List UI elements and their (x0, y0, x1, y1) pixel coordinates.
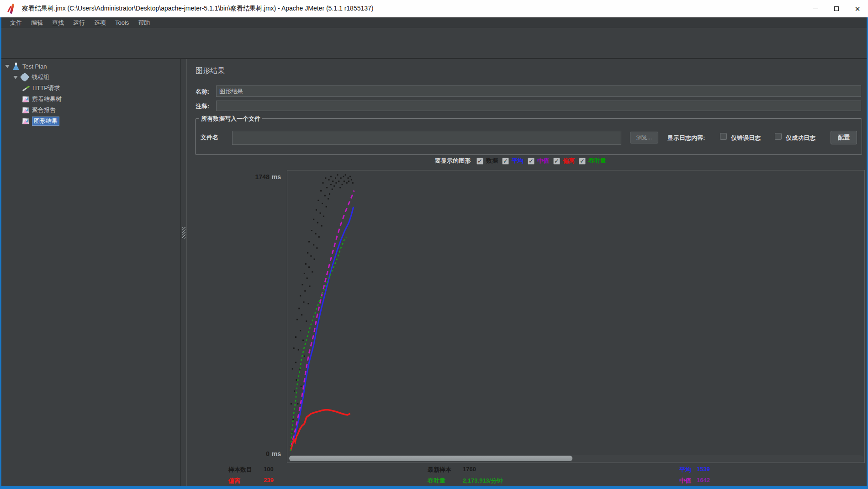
http-sampler-icon (22, 85, 29, 92)
log-display-label: 显示日志内容: (667, 134, 705, 142)
configure-button[interactable]: 配置 (831, 131, 857, 144)
samples-count-label: 样本数目 (228, 466, 252, 474)
test-plan-tree: Test Plan 线程组 HTTP请求 察看结果树 聚合报告 图形结果 (1, 59, 181, 486)
graphs-to-display-row: 要显示的图形 ✓数据 ✓平均 ✓中值 ✓偏离 ✓吞吐量 (435, 157, 606, 165)
menu-search[interactable]: 查找 (48, 18, 68, 28)
jmeter-logo-icon (7, 3, 16, 14)
data-checkbox-label: 数据 (486, 157, 498, 165)
tree-item-aggregate-report[interactable]: 聚合报告 (1, 105, 180, 115)
maximize-button[interactable] (826, 0, 847, 17)
average-checkbox-label: 平均 (512, 157, 524, 165)
maximize-icon (834, 6, 839, 11)
tree-item-label: 聚合报告 (32, 106, 56, 114)
samples-count-value: 100 (264, 466, 274, 473)
median-checkbox[interactable]: ✓ (528, 158, 535, 165)
tree-item-graph-results[interactable]: 图形结果 (1, 116, 180, 126)
deviation-stat-label: 偏离 (228, 477, 240, 485)
menu-edit[interactable]: 编辑 (27, 18, 47, 28)
y-axis-max-label: 1748ms (231, 173, 281, 181)
tree-item-label-selected: 图形结果 (32, 117, 59, 126)
menu-help[interactable]: 帮助 (134, 18, 154, 28)
errors-only-label: 仅错误日志 (731, 134, 761, 142)
expand-arrow-icon[interactable] (5, 65, 10, 68)
tree-item-label: 线程组 (32, 73, 49, 81)
titlebar: 察看结果树.jmx (C:\Users\Administrator\Deskto… (0, 0, 868, 17)
menu-tools[interactable]: Tools (111, 18, 133, 27)
tree-item-label: Test Plan (22, 63, 47, 70)
minimize-icon (813, 9, 818, 9)
graphs-label: 要显示的图形 (435, 157, 471, 165)
throughput-checkbox[interactable]: ✓ (579, 158, 586, 165)
content-area: Test Plan 线程组 HTTP请求 察看结果树 聚合报告 图形结果 (1, 58, 867, 486)
deviation-stat-value: 239 (264, 477, 274, 484)
name-label: 名称: (196, 88, 209, 96)
listener-chart-icon (22, 118, 29, 124)
data-checkbox[interactable]: ✓ (476, 158, 483, 165)
deviation-checkbox-label: 偏离 (563, 157, 575, 165)
throughput-stat-value: 2,173.913/分钟 (463, 477, 503, 485)
throughput-checkbox-label: 吞吐量 (588, 157, 606, 165)
group-title: 所有数据写入一个文件 (199, 115, 262, 123)
errors-only-checkbox[interactable] (720, 133, 727, 140)
splitter-grip-icon[interactable] (182, 227, 185, 239)
panel-splitter[interactable] (181, 59, 187, 486)
page-title: 图形结果 (196, 66, 225, 76)
median-stat-value: 1642 (697, 477, 710, 484)
jmeter-window: 察看结果树.jmx (C:\Users\Administrator\Deskto… (0, 0, 868, 489)
menu-file[interactable]: 文件 (6, 18, 26, 28)
close-icon: ✕ (855, 5, 861, 12)
y-axis-min-label: 0ms (231, 450, 281, 457)
median-checkbox-label: 中值 (537, 157, 549, 165)
write-to-file-group: 所有数据写入一个文件 文件名 浏览... 显示日志内容: 仅错误日志 仅成功日志… (195, 118, 862, 155)
success-only-checkbox[interactable] (775, 133, 782, 140)
expand-arrow-icon[interactable] (13, 76, 18, 79)
throughput-stat-label: 吞吐量 (428, 477, 445, 485)
graph-results-panel: 图形结果 名称: 注释: 所有数据写入一个文件 文件名 浏览... 显示日志内容… (187, 59, 867, 486)
browse-button[interactable]: 浏览... (630, 132, 658, 144)
average-stat-label: 平均 (679, 466, 691, 474)
scrollbar-thumb[interactable] (289, 456, 572, 461)
toolbar: + − 00:00:02 0 0/100 (1, 28, 867, 58)
window-title: 察看结果树.jmx (C:\Users\Administrator\Deskto… (22, 5, 373, 13)
average-stat-value: 1539 (697, 466, 710, 473)
filename-input[interactable] (232, 131, 621, 145)
median-stat-label: 中值 (679, 477, 691, 485)
menu-run[interactable]: 运行 (69, 18, 89, 28)
menu-options[interactable]: 选项 (90, 18, 110, 28)
tree-item-label: HTTP请求 (32, 84, 60, 92)
tree-item-test-plan[interactable]: Test Plan (1, 61, 180, 71)
graph-plot-area (287, 170, 865, 463)
window-border-bottom (0, 486, 868, 489)
listener-chart-icon (22, 96, 29, 102)
tree-item-label: 察看结果树 (32, 95, 62, 103)
deviation-checkbox[interactable]: ✓ (553, 158, 560, 165)
minimize-button[interactable] (805, 0, 826, 17)
latest-sample-value: 1760 (463, 466, 476, 473)
average-checkbox[interactable]: ✓ (502, 158, 509, 165)
horizontal-scrollbar[interactable] (288, 455, 863, 462)
name-input[interactable] (216, 85, 861, 97)
thread-group-gear-icon (21, 74, 28, 81)
filename-label: 文件名 (201, 133, 218, 142)
listener-chart-icon (22, 107, 29, 113)
tree-item-view-results-tree[interactable]: 察看结果树 (1, 94, 180, 104)
latest-sample-label: 最新样本 (428, 466, 451, 474)
window-border-left (0, 17, 1, 489)
close-button[interactable]: ✕ (847, 0, 868, 17)
comment-label: 注释: (196, 102, 209, 111)
success-only-label: 仅成功日志 (786, 134, 815, 142)
comment-input[interactable] (216, 101, 861, 111)
menubar: 文件 编辑 查找 运行 选项 Tools 帮助 (1, 17, 867, 28)
graph-canvas (287, 170, 864, 454)
tree-item-thread-group[interactable]: 线程组 (1, 72, 180, 82)
test-plan-icon (13, 63, 19, 70)
tree-item-http-request[interactable]: HTTP请求 (1, 83, 180, 93)
